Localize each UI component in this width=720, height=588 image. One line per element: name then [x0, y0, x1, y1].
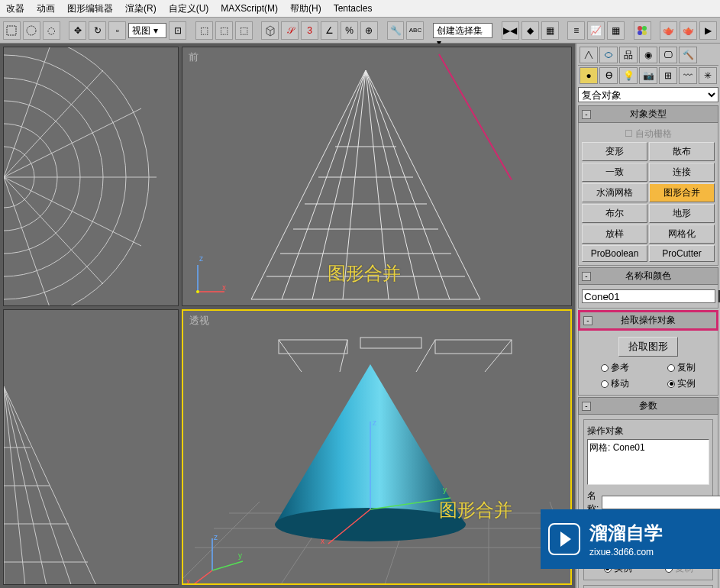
viewport-label-front: 前 [189, 50, 199, 64]
operand-listbox[interactable]: 网格: Cone01 [587, 439, 709, 485]
btn-loft[interactable]: 放样 [582, 225, 647, 244]
pivot-icon[interactable]: ⊡ [169, 21, 186, 40]
radio-copy[interactable]: 复制 [667, 361, 696, 374]
render-setup-icon[interactable]: 🫖 [660, 21, 677, 40]
pick-shape-button[interactable]: 拾取图形 [618, 337, 678, 357]
svg-line-51 [485, 340, 512, 372]
btn-conform[interactable]: 一致 [582, 163, 647, 182]
subtab-lights-icon[interactable]: 💡 [619, 67, 638, 84]
spinner-snap-icon[interactable]: ⊕ [360, 21, 378, 40]
rollout-header-params[interactable]: - 参数 [578, 397, 718, 415]
btn-blobmesh[interactable]: 水滴网格 [582, 183, 647, 202]
object-name-input[interactable] [582, 289, 715, 303]
btn-terrain[interactable]: 地形 [649, 204, 715, 223]
select-circle-icon[interactable] [23, 21, 40, 40]
btn-scatter[interactable]: 散布 [649, 142, 715, 161]
snap-icon[interactable]: 𝒮 [281, 21, 299, 40]
radio-move[interactable]: 移动 [601, 377, 629, 390]
tab-hierarchy-icon[interactable]: 品 [619, 47, 638, 63]
menu-modifier[interactable]: 改器 [0, 0, 31, 18]
subtab-shapes-icon[interactable]: Ө [599, 67, 618, 84]
angle-snap-icon[interactable]: ∠ [321, 21, 338, 40]
category-dropdown[interactable]: 复合对象 [578, 87, 718, 102]
rollout-header-pick-operand[interactable]: - 拾取操作对象 [578, 310, 718, 331]
viewport-top-left[interactable] [3, 47, 179, 306]
radio-instance[interactable]: 实例 [667, 377, 696, 390]
svg-text:x: x [222, 283, 226, 292]
operand-group-label: 操作对象 [587, 425, 709, 438]
coord-system-dropdown[interactable]: 视图 ▾ [128, 23, 166, 38]
tab-motion-icon[interactable]: ◉ [639, 47, 657, 63]
snap3-icon[interactable]: 3 [301, 21, 318, 40]
svg-point-3 [642, 26, 647, 31]
tab-display-icon[interactable]: 🖵 [659, 47, 677, 63]
bind-icon[interactable]: ⬚ [235, 21, 253, 40]
menu-customize[interactable]: 自定义(U) [163, 0, 215, 18]
render-quick-icon[interactable]: 🫖 [680, 21, 697, 40]
tab-utilities-icon[interactable]: 🔨 [679, 47, 697, 63]
menu-graph-editor[interactable]: 图形编辑器 [61, 0, 119, 18]
btn-morph[interactable]: 变形 [582, 142, 647, 161]
svg-line-50 [416, 340, 435, 372]
svg-line-63 [194, 570, 212, 584]
viewport-bottom-left[interactable] [3, 309, 179, 585]
box-icon[interactable] [261, 21, 279, 40]
menu-render[interactable]: 渲染(R) [119, 0, 163, 18]
edit-named-icon[interactable]: 🔧 [387, 21, 405, 40]
btn-shapemerge[interactable]: 图形合并 [649, 183, 715, 202]
rotate-icon[interactable]: ↻ [89, 21, 106, 40]
move-icon[interactable]: ✥ [69, 21, 86, 40]
subtab-geometry-icon[interactable]: ● [580, 67, 598, 84]
svg-line-40 [183, 502, 260, 578]
menu-maxscript[interactable]: MAXScript(M) [215, 1, 284, 16]
tab-modify-icon[interactable] [599, 47, 618, 63]
viewport-container: 前 zx 图形合并 [0, 44, 575, 588]
subtab-helpers-icon[interactable]: ⊞ [659, 67, 677, 84]
select-link-icon[interactable]: ⬚ [195, 21, 213, 40]
tab-create-icon[interactable] [580, 47, 598, 63]
scale-icon[interactable]: ▫ [108, 21, 126, 40]
btn-proboolean[interactable]: ProBoolean [582, 245, 647, 262]
subtab-cameras-icon[interactable]: 📷 [639, 67, 657, 84]
annotation-text-1: 图形合并 [328, 261, 401, 286]
percent-snap-icon[interactable]: % [341, 21, 358, 40]
menu-animation[interactable]: 动画 [31, 0, 61, 18]
menu-help[interactable]: 帮助(H) [284, 0, 328, 18]
svg-text:y: y [238, 551, 242, 560]
rollout-pick-operand: - 拾取操作对象 拾取图形 参考 复制 移动 实例 [578, 310, 718, 396]
select-rect-icon[interactable] [3, 21, 21, 40]
menu-bar: 改器 动画 图形编辑器 渲染(R) 自定义(U) MAXScript(M) 帮助… [0, 0, 720, 18]
abc-icon[interactable]: ABC [406, 21, 424, 40]
subtab-systems-icon[interactable]: ✳ [699, 67, 717, 84]
select-fence-icon[interactable]: ◌ [43, 21, 60, 40]
rollout-header-object-type[interactable]: - 对象类型 [578, 105, 718, 123]
svg-line-48 [279, 340, 302, 372]
material-icon[interactable] [634, 21, 651, 40]
array-icon[interactable]: ▦ [541, 21, 559, 40]
schematic-icon[interactable]: ▦ [607, 21, 625, 40]
operand-name-input[interactable] [602, 496, 720, 509]
svg-point-4 [638, 31, 642, 35]
align-icon[interactable]: ◆ [521, 21, 539, 40]
btn-mesher[interactable]: 网格化 [649, 225, 715, 244]
viewport-perspective[interactable]: 透视 [182, 309, 572, 585]
main-toolbar: ◌ ✥ ↻ ▫ 视图 ▾ ⊡ ⬚ ⬚ ⬚ 𝒮 3 ∠ % ⊕ 🔧 ABC 创建选… [0, 18, 720, 44]
selection-set-dropdown[interactable]: 创建选择集 ▾ [433, 23, 492, 38]
annotation-text-2: 图形合并 [439, 498, 512, 522]
subtab-spacewarps-icon[interactable]: 〰 [679, 67, 697, 84]
btn-boolean[interactable]: 布尔 [582, 204, 647, 223]
render-icon[interactable]: ▶ [699, 21, 717, 40]
auto-grid-checkbox: ☐ 自动栅格 [582, 126, 715, 142]
logo-play-icon [548, 523, 580, 555]
unlink-icon[interactable]: ⬚ [215, 21, 233, 40]
mirror-icon[interactable]: ▶◀ [502, 21, 519, 40]
viewport-front[interactable]: 前 zx 图形合并 [182, 47, 572, 306]
radio-reference[interactable]: 参考 [601, 361, 629, 374]
btn-connect[interactable]: 连接 [649, 163, 715, 182]
layer-icon[interactable]: ≡ [567, 21, 585, 40]
rollout-header-name-color[interactable]: - 名称和颜色 [578, 267, 718, 285]
btn-procutter[interactable]: ProCutter [649, 245, 715, 262]
svg-rect-47 [435, 340, 512, 354]
menu-tentacles[interactable]: Tentacles [328, 1, 379, 16]
curve-editor-icon[interactable]: 📈 [587, 21, 605, 40]
